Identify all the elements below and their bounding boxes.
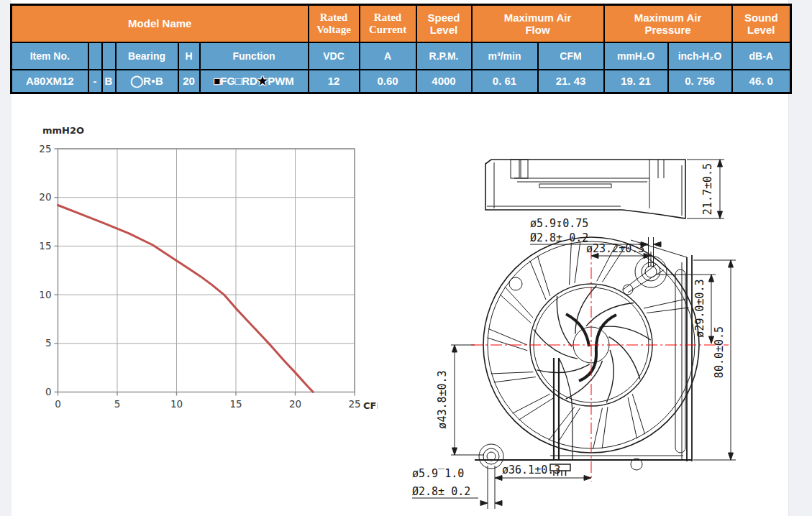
dim-side-height: 21.7±0.5	[701, 163, 714, 215]
header-sound-level: Sound Level	[732, 5, 791, 42]
subheader-blank-1	[88, 42, 102, 70]
value-bearing: ◯R●B	[116, 70, 178, 93]
centerlines	[471, 248, 729, 482]
mechanical-drawing: 21.7±0.5 ø5.9↧0.75 Ø2.8± 0.2 ø23.2±0.3 ø…	[406, 144, 809, 516]
value-a: 0.60	[360, 70, 416, 93]
value-type: B	[102, 70, 116, 93]
subheader-bearing: Bearing	[116, 42, 178, 70]
y-tick-label: 10	[40, 289, 52, 300]
empty-square-icon: □	[235, 75, 242, 87]
impeller-blades	[534, 285, 651, 402]
header-rated-current: Rated Current	[360, 5, 416, 42]
subheader-inchh2o: inch-H₂O	[668, 42, 732, 70]
dim-frame-dia: ø43.8±0.3	[436, 370, 449, 428]
value-item-no: A80XM12	[12, 70, 88, 93]
pq-curve	[58, 206, 314, 392]
top-left-ear	[509, 277, 522, 290]
x-tick-label: 5	[114, 398, 121, 410]
outlet-tongue	[560, 359, 572, 460]
x-tick-label: 15	[229, 398, 242, 410]
value-h: 20	[178, 70, 200, 93]
header-rated-voltage: Rated Voltage	[309, 5, 360, 42]
value-m3min: 0. 61	[472, 70, 538, 93]
subheader-blank-2	[102, 42, 116, 70]
dim-bottom-bolt-span: ø36.1±0.3	[502, 464, 560, 476]
header-max-air-pressure: Maximum Air Pressure	[604, 5, 732, 42]
dim-overall-height: 80.0±0.5	[713, 326, 726, 378]
header-speed-level: Speed Level	[416, 5, 472, 42]
subheader-function: Function	[200, 42, 309, 70]
value-mmh2o: 19. 21	[604, 70, 668, 93]
x-tick-label: 10	[170, 398, 183, 410]
subheader-dba: dB-A	[732, 42, 791, 70]
dim-top-hole-dia: Ø2.8± 0.2	[530, 231, 588, 244]
x-tick-label: 25	[348, 398, 360, 410]
value-cfm: 21. 43	[538, 70, 604, 93]
x-axis-unit-label: CFM	[363, 400, 378, 411]
subheader-a: A	[360, 42, 416, 70]
subheader-m3min: m³/min	[472, 42, 538, 70]
subheader-h: H	[178, 42, 200, 70]
fan-drawing-svg: 21.7±0.5 ø5.9↧0.75 Ø2.8± 0.2 ø23.2±0.3 ø…	[406, 144, 809, 514]
star-icon: ★	[257, 75, 268, 87]
subheader-mmh2o: mmH₂O	[604, 42, 668, 70]
spec-table: Model Name Rated Voltage Rated Current S…	[10, 4, 792, 94]
bearing-circle-icon: ◯	[130, 75, 143, 87]
y-tick-label: 5	[45, 337, 52, 349]
dim-bottom-hole-depth: ø5.9‾1.0	[412, 467, 464, 480]
dim-inlet-dia: ø29.0±0.3	[693, 279, 706, 337]
value-rpm: 4000	[416, 70, 472, 93]
value-inchh2o: 0. 756	[668, 70, 732, 93]
y-tick-label: 15	[40, 240, 52, 252]
performance-chart: 05101520250510152025mmH2OCFM	[40, 122, 378, 416]
dim-texts: 21.7±0.5 ø5.9↧0.75 Ø2.8± 0.2 ø23.2±0.3 ø…	[412, 163, 726, 498]
value-separator: -	[88, 70, 102, 93]
subheader-item-no: Item No.	[12, 42, 88, 70]
table-data-row: A80XM12 - B ◯R●B 20 ■FG□RD★PWM 12 0.60 4…	[12, 70, 791, 93]
dim-bottom-hole-dia: Ø2.8± 0.2	[412, 485, 470, 498]
pq-curve-svg: 05101520250510152025mmH2OCFM	[40, 122, 378, 413]
bottom-left-mounting-hole	[479, 444, 503, 469]
y-tick-label: 25	[40, 143, 52, 155]
y-tick-label: 0	[45, 386, 52, 397]
table-header-row: Model Name Rated Voltage Rated Current S…	[12, 5, 791, 42]
table-subheader-row: Item No. Bearing H Function VDC A R.P.M.…	[12, 42, 791, 70]
y-axis-unit-label: mmH2O	[42, 125, 84, 136]
subheader-rpm: R.P.M.	[416, 42, 472, 70]
plot-border	[58, 149, 355, 392]
x-tick-label: 20	[289, 398, 301, 410]
y-tick-label: 20	[40, 191, 52, 203]
subheader-vdc: VDC	[309, 42, 360, 70]
value-vdc: 12	[309, 70, 360, 93]
dim-top-bolt-span: ø23.2±0.3	[586, 242, 644, 255]
header-max-air-flow: Maximum Air Flow	[472, 5, 604, 42]
front-view-housing	[475, 237, 699, 476]
header-model-name: Model Name	[12, 5, 309, 42]
side-view	[485, 160, 685, 218]
value-function: ■FG□RD★PWM	[200, 70, 309, 93]
dim-top-hole-depth: ø5.9↧0.75	[530, 217, 588, 230]
filled-square-icon: ■	[214, 75, 220, 87]
subheader-cfm: CFM	[538, 42, 604, 70]
value-dba: 46. 0	[732, 70, 791, 93]
x-tick-label: 0	[55, 398, 61, 410]
